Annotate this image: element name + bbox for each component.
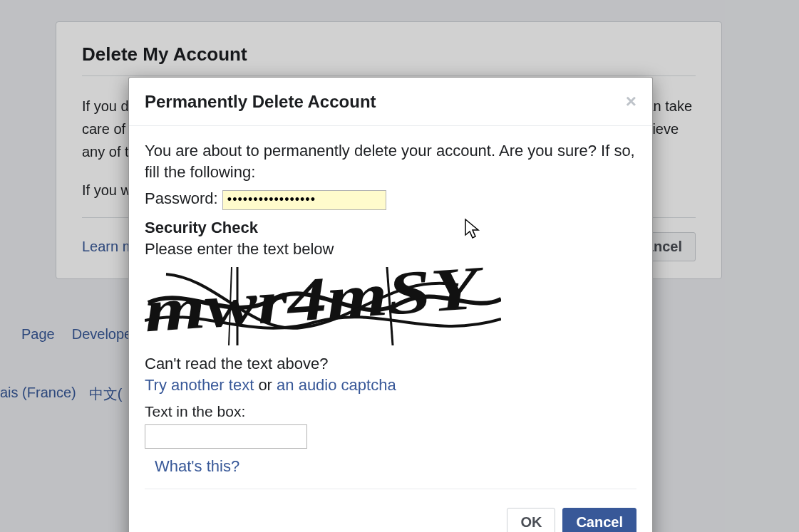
password-label: Password: xyxy=(145,189,218,207)
audio-captcha-link[interactable]: an audio captcha xyxy=(277,376,396,394)
dialog-title: Permanently Delete Account xyxy=(145,92,376,112)
cant-read-text: Can't read the text above? xyxy=(145,355,328,372)
cancel-button[interactable]: Cancel xyxy=(562,508,636,532)
or-word: or xyxy=(258,376,272,394)
captcha-input[interactable] xyxy=(145,424,307,449)
ok-button[interactable]: OK xyxy=(507,508,555,532)
whats-this-link[interactable]: What's this? xyxy=(155,456,239,477)
captcha-text-label: Text in the box: xyxy=(145,402,636,422)
captcha-image: mwr4mSY xyxy=(145,264,501,349)
password-input[interactable] xyxy=(222,190,386,210)
captcha-rendered-text: mwr4mSY xyxy=(145,264,488,345)
delete-confirm-dialog: Permanently Delete Account × You are abo… xyxy=(128,77,653,532)
dialog-divider xyxy=(145,489,636,489)
security-instruction: Please enter the text below xyxy=(145,239,636,260)
try-another-text-link[interactable]: Try another text xyxy=(145,376,254,394)
security-check-heading: Security Check xyxy=(145,217,636,239)
close-icon[interactable]: × xyxy=(626,90,636,113)
dialog-confirm-text: You are about to permanently delete your… xyxy=(145,140,636,182)
